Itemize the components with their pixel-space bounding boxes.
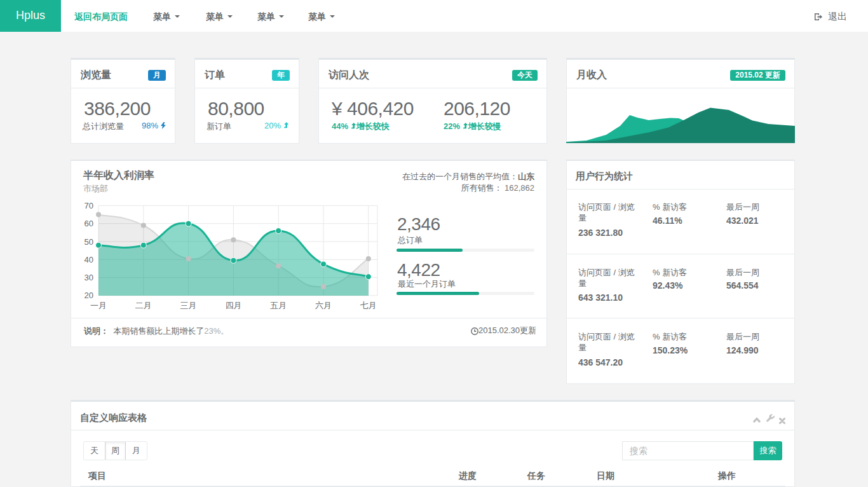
- svg-text:五月: 五月: [270, 301, 287, 310]
- svg-text:20: 20: [85, 291, 93, 300]
- svg-text:三月: 三月: [180, 301, 197, 310]
- svg-text:40: 40: [85, 255, 93, 264]
- svg-text:一月: 一月: [90, 301, 107, 310]
- svg-text:50: 50: [85, 237, 93, 247]
- svg-text:四月: 四月: [225, 301, 241, 310]
- svg-text:30: 30: [85, 273, 93, 282]
- svg-text:60: 60: [85, 219, 93, 228]
- svg-text:二月: 二月: [135, 301, 152, 310]
- svg-text:七月: 七月: [360, 301, 377, 310]
- svg-text:六月: 六月: [315, 301, 332, 310]
- svg-text:70: 70: [85, 201, 93, 210]
